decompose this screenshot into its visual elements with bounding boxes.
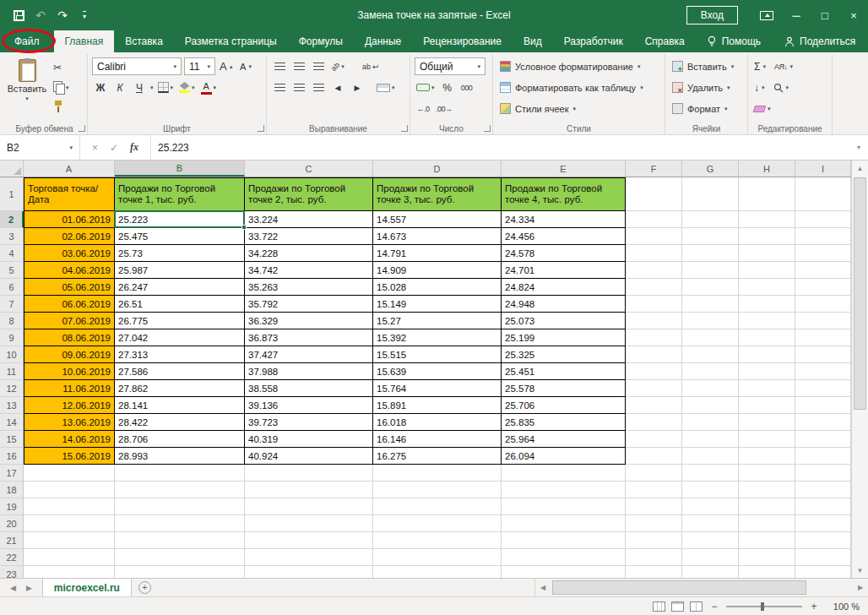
cell-B18[interactable] xyxy=(115,482,245,498)
cell-B12[interactable]: 27.862 xyxy=(115,380,245,397)
cell-I20[interactable] xyxy=(795,515,851,532)
cell-D10[interactable]: 15.515 xyxy=(373,346,502,363)
tab-view[interactable]: Вид xyxy=(513,30,553,52)
close-button[interactable]: × xyxy=(839,0,868,30)
cell-F9[interactable] xyxy=(626,329,682,346)
row-header-23[interactable]: 23 xyxy=(0,566,24,578)
cell-G5[interactable] xyxy=(682,262,739,279)
tab-insert[interactable]: Вставка xyxy=(114,30,174,52)
cell-H17[interactable] xyxy=(739,465,795,482)
cell-A5[interactable]: 04.06.2019 xyxy=(24,262,115,279)
cell-D2[interactable]: 14.557 xyxy=(373,211,502,228)
row-header-13[interactable]: 13 xyxy=(0,397,24,414)
cell-B14[interactable]: 28.422 xyxy=(115,414,245,431)
cell-E6[interactable]: 24.824 xyxy=(502,279,626,296)
tell-me-help-button[interactable]: Помощь xyxy=(696,30,772,52)
normal-view-button[interactable] xyxy=(653,601,665,612)
align-top-button[interactable] xyxy=(271,57,288,76)
cell-I17[interactable] xyxy=(795,465,851,482)
cell-B7[interactable]: 26.51 xyxy=(115,296,245,313)
cell-I3[interactable] xyxy=(795,228,851,245)
comma-style-button[interactable]: 000 xyxy=(458,79,475,97)
cell-C11[interactable]: 37.988 xyxy=(245,363,373,380)
row-header-3[interactable]: 3 xyxy=(0,228,24,245)
cell-G6[interactable] xyxy=(682,279,739,296)
cell-styles-button[interactable]: Стили ячеек ▾ xyxy=(497,98,660,119)
row-header-2[interactable]: 2 xyxy=(0,211,24,228)
zoom-level[interactable]: 100 % xyxy=(826,601,860,612)
ribbon-display-options-icon[interactable] xyxy=(760,11,773,20)
font-dialog-launcher[interactable] xyxy=(258,125,264,132)
cell-G4[interactable] xyxy=(682,245,739,262)
cell-I7[interactable] xyxy=(795,296,851,313)
merge-center-button[interactable]: ▾ xyxy=(375,79,397,97)
cell-F14[interactable] xyxy=(626,414,682,431)
cell-H8[interactable] xyxy=(739,313,795,329)
insert-function-button[interactable]: fx xyxy=(130,141,138,154)
format-cells-button[interactable]: Формат ▾ xyxy=(670,98,743,119)
align-middle-button[interactable] xyxy=(290,57,307,76)
cell-H16[interactable] xyxy=(739,448,795,465)
cell-A20[interactable] xyxy=(24,515,115,532)
tab-review[interactable]: Рецензирование xyxy=(412,30,513,52)
cell-A22[interactable] xyxy=(24,549,115,566)
column-header-G[interactable]: G xyxy=(682,161,739,177)
row-header-4[interactable]: 4 xyxy=(0,245,24,262)
cell-H23[interactable] xyxy=(739,566,795,578)
page-break-view-button[interactable] xyxy=(690,601,703,612)
row-header-18[interactable]: 18 xyxy=(0,482,24,498)
cell-E18[interactable] xyxy=(502,482,626,498)
insert-cells-button[interactable]: Вставить ▾ xyxy=(670,56,743,77)
row-header-1[interactable]: 1 xyxy=(0,177,24,211)
cell-A18[interactable] xyxy=(24,482,115,498)
font-size-select[interactable]: 11▾ xyxy=(184,57,215,75)
cell-F2[interactable] xyxy=(626,211,682,228)
cell-E8[interactable]: 25.073 xyxy=(502,313,626,329)
cell-I4[interactable] xyxy=(795,245,851,262)
increase-decimal-button[interactable]: ←.0 xyxy=(415,100,431,118)
cell-F23[interactable] xyxy=(626,566,682,578)
name-box[interactable]: B2 ▾ xyxy=(0,135,80,160)
align-bottom-button[interactable] xyxy=(310,57,327,76)
cell-D6[interactable]: 15.028 xyxy=(373,279,502,296)
cell-E16[interactable]: 26.094 xyxy=(502,448,626,465)
cell-E12[interactable]: 25.578 xyxy=(502,380,626,397)
cell-G7[interactable] xyxy=(682,296,739,313)
alignment-dialog-launcher[interactable] xyxy=(401,125,408,132)
cell-H14[interactable] xyxy=(739,414,795,431)
horizontal-scrollbar[interactable]: ◀ ▶ xyxy=(534,579,868,596)
cell-A17[interactable] xyxy=(24,465,115,482)
column-header-E[interactable]: E xyxy=(502,161,626,177)
cell-I8[interactable] xyxy=(795,313,851,329)
cell-F1[interactable] xyxy=(626,177,682,211)
cell-A11[interactable]: 10.06.2019 xyxy=(24,363,115,380)
fill-color-button[interactable]: ▾ xyxy=(177,79,197,97)
underline-button[interactable]: Ч xyxy=(131,79,148,97)
cell-E21[interactable] xyxy=(502,532,626,549)
vertical-scrollbar[interactable]: ▲ ▼ xyxy=(851,161,868,578)
tab-page-layout[interactable]: Разметка страницы xyxy=(174,30,288,52)
cell-F3[interactable] xyxy=(626,228,682,245)
row-header-22[interactable]: 22 xyxy=(0,549,24,566)
cell-H3[interactable] xyxy=(739,228,795,245)
orientation-button[interactable]: ab▾ xyxy=(329,57,346,76)
cell-C18[interactable] xyxy=(245,482,373,498)
column-header-F[interactable]: F xyxy=(626,161,682,177)
cell-E7[interactable]: 24.948 xyxy=(502,296,626,313)
accounting-format-button[interactable]: ▾ xyxy=(415,79,437,97)
zoom-out-button[interactable]: − xyxy=(708,601,720,612)
cell-G16[interactable] xyxy=(682,448,739,465)
cell-F7[interactable] xyxy=(626,296,682,313)
cell-C8[interactable]: 36.329 xyxy=(245,313,373,329)
align-right-button[interactable] xyxy=(310,79,327,97)
expand-formula-bar-button[interactable]: ▾ xyxy=(849,135,868,160)
scroll-left-arrow[interactable]: ◀ xyxy=(535,584,551,591)
cell-E20[interactable] xyxy=(502,515,626,532)
confirm-entry-icon[interactable]: ✓ xyxy=(110,142,118,154)
zoom-slider[interactable] xyxy=(726,606,802,607)
cell-C10[interactable]: 37.427 xyxy=(245,346,373,363)
cell-A16[interactable]: 15.06.2019 xyxy=(24,448,115,465)
cell-I21[interactable] xyxy=(795,532,851,549)
autosum-button[interactable]: Σ▾ xyxy=(754,61,766,73)
percent-style-button[interactable]: % xyxy=(439,79,456,97)
